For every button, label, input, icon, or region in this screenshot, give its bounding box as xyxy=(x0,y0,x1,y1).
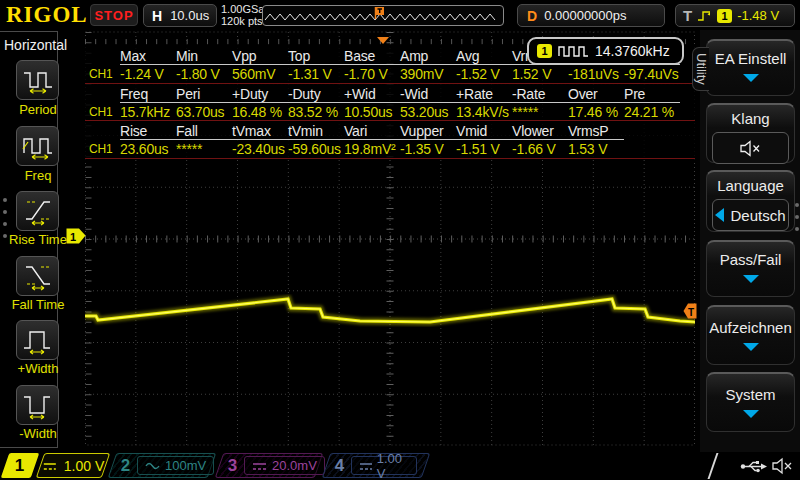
channel-1-number[interactable]: 1 xyxy=(1,453,40,478)
menu-button-aufzeichnen[interactable]: Aufzeichnen xyxy=(706,305,795,365)
right-menu-page-dot xyxy=(795,203,799,207)
menu-button-language[interactable]: Language Deutsch xyxy=(706,170,795,232)
menu-button-system[interactable]: System xyxy=(706,372,795,432)
delay-value: 0.00000000ps xyxy=(544,8,626,23)
svg-text:T: T xyxy=(688,307,694,318)
measure-item-fall-time[interactable] xyxy=(16,256,59,296)
trigger-level-value: -1.48 V xyxy=(737,8,779,23)
measure-value-row-1: CH1 -1.24 V -1.80 V 560mV -1.31 V -1.70 … xyxy=(85,66,695,82)
square-wave-icon xyxy=(558,44,589,58)
header-underline xyxy=(120,102,680,103)
horizontal-label: H xyxy=(152,8,162,24)
sound-toggle-button[interactable] xyxy=(712,132,789,164)
oscilloscope-screen: RIGOL STOP H 10.0us 1.00GSa/s 120k pts D… xyxy=(0,0,800,480)
ch1-waveform-trace xyxy=(85,299,695,322)
freq-counter-source-badge: 1 xyxy=(537,44,552,58)
channel-status-bar: 1 1.00 V 2 100mV 3 xyxy=(0,452,800,480)
chevron-down-icon xyxy=(743,343,759,351)
measure-value-row-3: CH1 23.60us ***** -23.40us -59.60us 19.8… xyxy=(85,141,695,157)
minus-width-icon xyxy=(20,390,56,420)
trigger-info-box: T 1 -1.48 V xyxy=(675,4,795,27)
measure-item-label: Fall Time xyxy=(0,297,80,312)
measure-item-plus-width[interactable] xyxy=(16,320,59,360)
left-menu-page-dot xyxy=(3,198,7,202)
chevron-down-icon xyxy=(743,410,759,418)
rigol-logo: RIGOL xyxy=(6,2,88,28)
usb-icon xyxy=(740,459,768,474)
table-separator xyxy=(85,120,695,121)
chevron-left-icon xyxy=(715,208,724,222)
language-value: Deutsch xyxy=(730,207,785,224)
channel-2-status[interactable]: 2 100mV xyxy=(108,453,217,478)
status-bar-divider xyxy=(708,453,719,479)
timebase-value: 10.0us xyxy=(170,8,209,23)
chevron-down-icon xyxy=(743,74,759,82)
dc-coupling-icon xyxy=(252,460,267,472)
channel-1-status[interactable]: 1.00 V xyxy=(36,453,111,478)
measure-item-rise-time[interactable] xyxy=(16,191,59,231)
measure-item-minus-width[interactable] xyxy=(16,385,59,425)
channel-2-scale: 100mV xyxy=(165,458,206,473)
measure-item-label: Rise Time xyxy=(0,232,80,247)
plus-width-icon xyxy=(20,325,56,355)
language-selector[interactable]: Deutsch xyxy=(712,199,789,231)
speaker-muted-icon xyxy=(739,140,763,157)
freq-counter-value: 14.3760kHz xyxy=(595,43,670,59)
measure-item-label: -Width xyxy=(0,426,80,441)
measure-item-label: Freq xyxy=(0,168,80,183)
trigger-delay-box: D 0.00000000ps xyxy=(517,4,665,27)
menu-button-pass-fail[interactable]: Pass/Fail xyxy=(706,240,795,297)
table-separator xyxy=(85,83,695,84)
menu-button-klang[interactable]: Klang xyxy=(706,103,795,163)
freq-icon xyxy=(20,131,56,161)
horizontal-timebase-box: H 10.0us xyxy=(143,4,217,27)
right-menu-page-dot xyxy=(795,215,799,219)
dc-coupling-icon xyxy=(359,460,372,472)
measure-header-row-2: Freq Peri +Duty -Duty +Wid -Wid +Rate -R… xyxy=(85,86,695,102)
frequency-counter-popup: 1 14.3760kHz xyxy=(527,37,684,65)
measure-item-period[interactable] xyxy=(16,60,59,100)
speaker-muted-icon xyxy=(772,457,794,475)
measure-item-label: Period xyxy=(0,102,80,117)
chevron-down-icon xyxy=(743,275,759,283)
trigger-position-flag-icon xyxy=(374,6,386,20)
channel-3-status[interactable]: 3 20.0mV xyxy=(215,453,324,478)
trigger-edge-icon xyxy=(697,9,712,22)
left-menu-title: Horizontal xyxy=(4,37,84,53)
run-stop-indicator: STOP xyxy=(90,4,138,26)
top-status-bar: RIGOL STOP H 10.0us 1.00GSa/s 120k pts D… xyxy=(0,0,800,30)
rise-time-icon xyxy=(20,196,56,226)
measure-item-freq[interactable] xyxy=(16,126,59,166)
waveform-memory-preview xyxy=(262,5,504,26)
menu-button-ea-einstell[interactable]: EA Einstell xyxy=(706,39,795,96)
left-menu-page-dot xyxy=(3,222,7,226)
measure-header-row-3: Rise Fall tVmax tVmin Vari Vupper Vmid V… xyxy=(85,123,695,139)
ac-coupling-icon xyxy=(145,461,160,471)
utility-menu-tab: Utility xyxy=(692,47,709,91)
period-icon xyxy=(20,65,56,95)
dc-coupling-icon xyxy=(42,460,58,472)
channel-4-status[interactable]: 4 1.00 V xyxy=(322,453,431,478)
left-menu-page-dot xyxy=(3,210,7,214)
fall-time-icon xyxy=(20,261,56,291)
trigger-level-marker: T xyxy=(683,303,697,319)
trigger-source-badge: 1 xyxy=(717,9,732,23)
left-menu-page-dot xyxy=(3,234,7,238)
channel-3-scale: 20.0mV xyxy=(272,458,317,473)
header-underline xyxy=(120,139,624,140)
trigger-label: T xyxy=(683,7,692,24)
channel-1-scale: 1.00 V xyxy=(64,458,104,474)
table-separator xyxy=(85,158,695,159)
measure-item-label: +Width xyxy=(0,361,80,376)
delay-label: D xyxy=(527,8,537,24)
measure-value-row-2: CH1 15.7kHz 63.70us 16.48 % 83.52 % 10.5… xyxy=(85,104,695,120)
right-menu-page-dot xyxy=(795,227,799,231)
channel-4-scale: 1.00 V xyxy=(377,451,409,480)
